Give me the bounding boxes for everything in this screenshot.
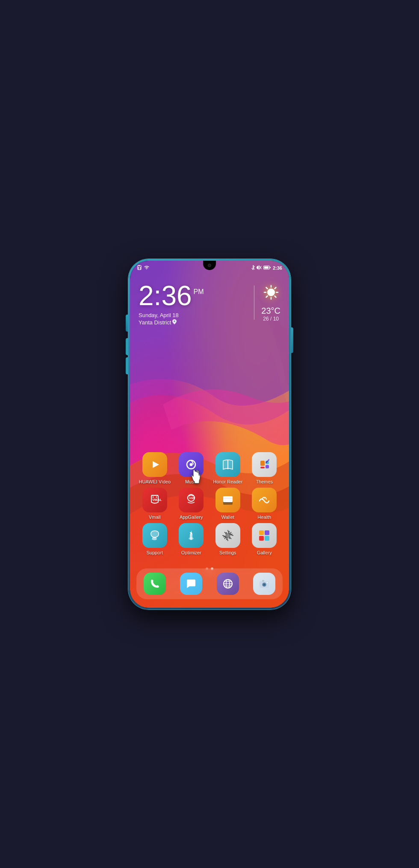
front-camera [208, 264, 211, 267]
svg-marker-23 [153, 461, 159, 468]
clock-widget: 2:36 PM Sunday, April 18 Yanta District [139, 282, 280, 326]
svg-rect-53 [262, 580, 264, 582]
optimizer-label: Optimizer [181, 550, 201, 555]
messages-icon [180, 573, 202, 595]
svg-point-25 [190, 463, 193, 466]
huawei-video-icon [142, 452, 167, 477]
dock-camera[interactable] [253, 573, 275, 595]
health-icon [252, 488, 277, 512]
phone-inner: 2:36 2:36 PM Sunday, April 18 Yanta Dist… [130, 261, 289, 608]
svg-point-14 [267, 288, 275, 296]
themes-label: Themes [256, 479, 273, 484]
app-health[interactable]: Health [249, 488, 280, 520]
wallet-icon [215, 488, 240, 512]
app-themes[interactable]: Themes [249, 452, 280, 484]
svg-rect-42 [259, 536, 264, 541]
svg-rect-5 [140, 267, 141, 268]
svg-rect-40 [259, 530, 264, 535]
music-label: Music [185, 479, 198, 484]
support-label: Support [146, 550, 163, 555]
clock-divider [254, 285, 254, 320]
dock-messages[interactable] [180, 573, 202, 595]
app-grid: HUAWEI Video Music [130, 452, 289, 559]
huawei-video-label: HUAWEI Video [139, 479, 171, 484]
app-settings[interactable]: Settings [212, 523, 243, 555]
status-time: 2:36 [273, 265, 282, 271]
mute-icon [257, 265, 262, 271]
weather-range: 26 / 10 [263, 316, 279, 322]
music-icon [179, 452, 204, 477]
optimizer-icon [179, 523, 204, 548]
camera-icon [253, 573, 275, 595]
svg-text:HW: HW [189, 496, 195, 500]
clock-location: Yanta District [139, 319, 247, 326]
appgallery-icon: HW [179, 488, 204, 512]
dock-phone[interactable] [144, 573, 166, 595]
svg-line-21 [274, 287, 276, 288]
app-row-1: HUAWEI Video Music [136, 452, 283, 484]
svg-rect-7 [140, 268, 141, 269]
browser-icon [217, 573, 239, 595]
svg-rect-29 [266, 465, 269, 468]
clock-time-row: 2:36 PM [139, 282, 247, 309]
svg-line-22 [266, 296, 267, 297]
phone-call-icon [144, 573, 166, 595]
vmall-label: Vmall [149, 515, 161, 520]
svg-rect-43 [265, 536, 269, 541]
screen: 2:36 2:36 PM Sunday, April 18 Yanta Dist… [130, 261, 289, 608]
app-support[interactable]: Support [139, 523, 170, 555]
app-music[interactable]: Music [176, 452, 207, 484]
svg-point-52 [264, 584, 265, 585]
wifi-icon [144, 265, 150, 271]
svg-point-54 [267, 582, 268, 583]
app-optimizer[interactable]: Optimizer [176, 523, 207, 555]
health-label: Health [257, 515, 271, 520]
app-wallet[interactable]: Wallet [212, 488, 243, 520]
appgallery-label: AppGallery [180, 515, 203, 520]
sim-icon [137, 265, 142, 271]
settings-icon [215, 523, 240, 548]
dock-browser[interactable] [217, 573, 239, 595]
app-honor-reader[interactable]: Honor Reader [212, 452, 243, 484]
clock-ampm: PM [194, 288, 204, 296]
bluetooth-icon [251, 265, 255, 271]
svg-line-19 [266, 287, 267, 288]
svg-text:VMALL: VMALL [152, 498, 162, 502]
themes-icon [252, 452, 277, 477]
status-right-icons: 2:36 [251, 265, 282, 271]
weather-widget: 23°C 26 / 10 [261, 284, 280, 322]
app-gallery[interactable]: Gallery [249, 523, 280, 555]
honor-reader-icon [215, 452, 240, 477]
wallet-label: Wallet [221, 515, 234, 520]
svg-rect-3 [139, 265, 140, 266]
app-huawei-video[interactable]: HUAWEI Video [139, 452, 170, 484]
svg-rect-4 [138, 267, 139, 268]
clock-date: Sunday, April 18 [139, 312, 247, 318]
battery-icon [263, 265, 271, 271]
clock-left: 2:36 PM Sunday, April 18 Yanta District [139, 282, 247, 326]
svg-rect-27 [260, 461, 265, 466]
app-vmall[interactable]: VMALL Vmall [139, 488, 170, 520]
gallery-icon [252, 523, 277, 548]
dock [136, 568, 283, 599]
location-icon [172, 319, 177, 326]
app-row-2: VMALL Vmall HW [136, 488, 283, 520]
clock-time: 2:36 [139, 282, 192, 309]
svg-rect-11 [264, 266, 269, 268]
weather-sun-icon [263, 284, 280, 304]
status-left-icons [137, 265, 150, 271]
app-appgallery[interactable]: HW AppGallery [176, 488, 207, 520]
svg-rect-6 [138, 268, 139, 269]
support-icon [142, 523, 167, 548]
svg-point-13 [174, 321, 175, 322]
svg-rect-41 [265, 530, 269, 535]
svg-rect-30 [260, 467, 265, 468]
weather-temp: 23°C [261, 306, 280, 316]
app-row-3: Support Optimizer [136, 523, 283, 555]
settings-label: Settings [219, 550, 236, 555]
phone-frame: 2:36 2:36 PM Sunday, April 18 Yanta Dist… [128, 259, 291, 609]
vmall-icon: VMALL [142, 488, 167, 512]
svg-line-20 [274, 296, 276, 297]
honor-reader-label: Honor Reader [213, 479, 242, 484]
gallery-label: Gallery [257, 550, 272, 555]
